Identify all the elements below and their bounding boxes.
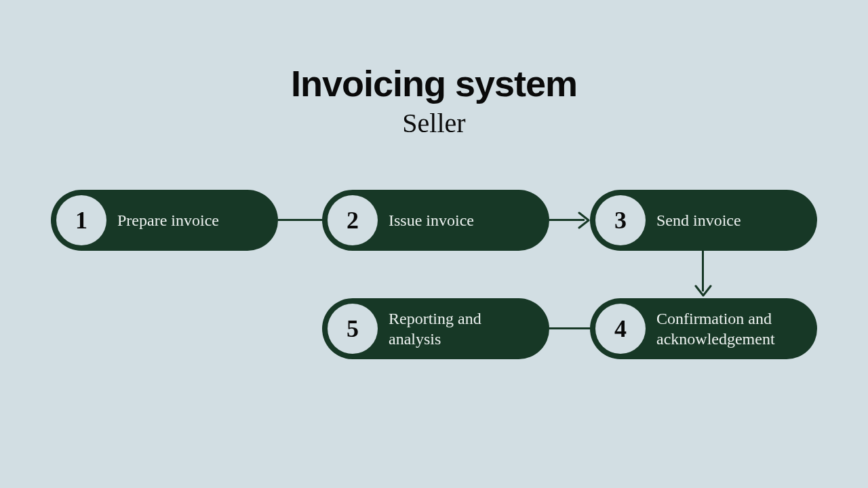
step-number-badge: 3 (595, 195, 646, 245)
diagram-title: Invoicing system (0, 62, 868, 104)
step-number-badge: 1 (56, 195, 106, 245)
connector-line (278, 219, 322, 221)
diagram-subtitle: Seller (0, 107, 868, 139)
step-1: 1 Prepare invoice (51, 190, 278, 251)
step-number-badge: 5 (328, 304, 378, 354)
connector-line (549, 327, 590, 329)
step-2: 2 Issue invoice (322, 190, 549, 251)
step-label: Prepare invoice (117, 210, 235, 230)
step-number-badge: 4 (595, 304, 646, 354)
step-label: Send invoice (656, 210, 757, 230)
step-4: 4 Confirmation and acknowledgement (590, 298, 817, 359)
arrow-right-icon (578, 211, 593, 229)
arrow-down-icon (694, 285, 712, 300)
step-label: Reporting and analysis (389, 308, 549, 349)
step-number-badge: 2 (328, 195, 378, 245)
step-3: 3 Send invoice (590, 190, 817, 251)
step-5: 5 Reporting and analysis (322, 298, 549, 359)
step-label: Issue invoice (389, 210, 490, 230)
step-label: Confirmation and acknowledgement (656, 308, 817, 349)
